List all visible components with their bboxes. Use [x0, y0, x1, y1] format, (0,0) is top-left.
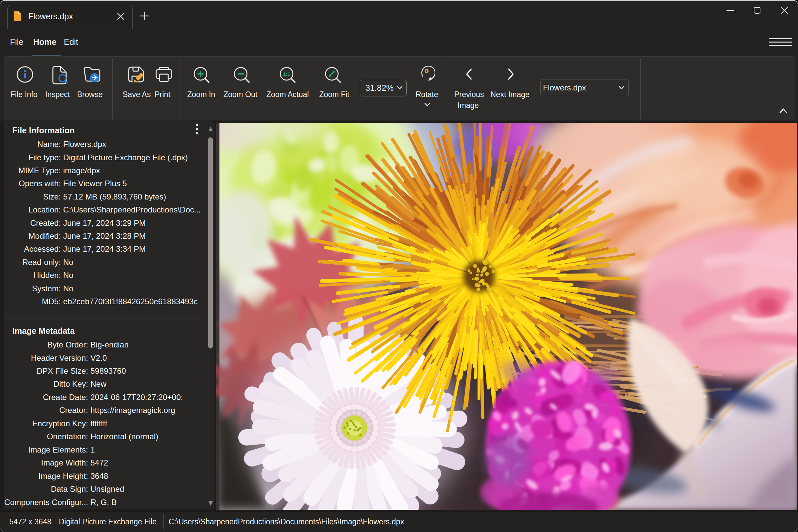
svg-text:1:1: 1:1 — [283, 71, 290, 77]
